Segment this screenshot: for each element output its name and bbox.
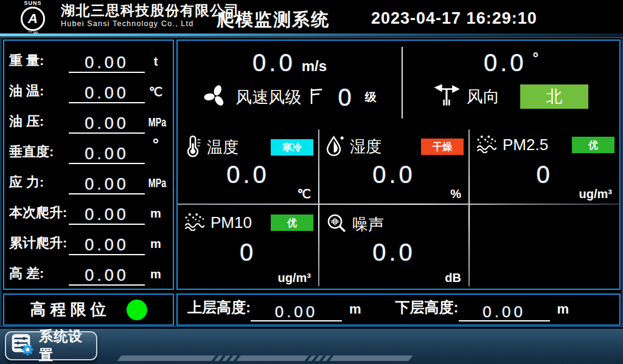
- weight-label: 重 量:: [9, 54, 69, 73]
- temperature-status-badge: 寒冷: [271, 139, 313, 156]
- wind-speed-unit: m/s: [302, 58, 327, 75]
- current-climb-label: 本次爬升:: [9, 206, 69, 225]
- pm10-dust-icon: [184, 212, 206, 233]
- temperature-label: 温度: [207, 137, 238, 158]
- noise-header: 噪声: [319, 205, 468, 236]
- noise-label: 噪声: [352, 214, 384, 235]
- measurement-sidebar: 重 量: 0.00 t 油 温: 0.00 ℃ 油 压: 0.00 MPa 垂直…: [3, 39, 174, 290]
- header: SUNS A 三思 湖北三思科技股份有限公司 Hubei Sansi Techn…: [0, 0, 623, 33]
- noise-unit: dB: [445, 271, 461, 285]
- humidity-label: 湿度: [350, 136, 381, 157]
- climbing-formwork-monitor-screen: SUNS A 三思 湖北三思科技股份有限公司 Hubei Sansi Techn…: [0, 0, 623, 364]
- pm25-dust-icon: [476, 134, 498, 156]
- wind-direction-value: 0.0: [484, 50, 527, 75]
- temperature-cell: 温度 寒冷 0.0 ℃: [178, 127, 318, 204]
- verticality-label: 垂直度:: [9, 145, 69, 164]
- wind-level-value: 0: [338, 84, 351, 111]
- humidity-unit: %: [450, 187, 461, 201]
- pm25-header: PM2.5 优: [470, 127, 619, 156]
- oil-temp-row: 油 温: 0.00 ℃: [9, 73, 167, 103]
- pm25-cell: PM2.5 优 0 ug/m³: [470, 127, 619, 204]
- company-name-cn: 湖北三思科技股份有限公司: [61, 2, 240, 18]
- stress-value: 0.00: [69, 176, 145, 194]
- system-settings-label: 系统设置: [39, 327, 91, 364]
- verticality-row: 垂直度: 0.00 °: [9, 134, 167, 164]
- stress-label: 应 力:: [9, 176, 69, 194]
- current-climb-unit: m: [145, 207, 167, 225]
- company-logo: SUNS A 三思: [15, 1, 51, 37]
- oil-temp-label: 油 温:: [9, 84, 69, 103]
- header-divider: [0, 33, 623, 36]
- temperature-header: 温度 寒冷: [178, 127, 318, 160]
- wind-speed-value: 0.0: [252, 50, 296, 75]
- stripe-segment: [236, 355, 308, 361]
- total-climb-label: 累计爬升:: [9, 236, 69, 255]
- page-title: 爬模监测系统: [217, 8, 330, 32]
- weight-row: 重 量: 0.00 t: [9, 43, 167, 73]
- wind-direction-section: 0.0 ° 风向 北: [403, 41, 619, 125]
- logo-circle-icon: A: [21, 7, 45, 31]
- wind-direction-unit: °: [533, 49, 539, 66]
- stress-row: 应 力: 0.00 MPa: [9, 164, 167, 194]
- humidity-value: 0.0: [319, 161, 468, 188]
- upper-height-value: 0.00: [251, 304, 342, 321]
- height-diff-row: 高 差: 0.00 m: [9, 255, 167, 286]
- taskbar: 系统设置: [0, 328, 623, 364]
- temperature-unit: ℃: [298, 187, 311, 201]
- pm25-value: 0: [470, 161, 619, 188]
- wind-speed-label: 风速风级: [235, 86, 301, 108]
- height-diff-value: 0.00: [69, 267, 145, 286]
- pm10-cell: PM10 优 0 ug/m³: [178, 205, 318, 287]
- company-name-en: Hubei Sansi Technology Co., Ltd: [61, 19, 240, 28]
- lower-height-value: 0.00: [459, 304, 550, 321]
- total-climb-row: 累计爬升: 0.00 m: [9, 225, 167, 255]
- noise-magnifier-icon: [325, 212, 347, 236]
- pm10-value: 0: [178, 239, 318, 266]
- wind-direction-badge: 北: [520, 84, 588, 109]
- pm10-unit: ug/m³: [278, 271, 311, 285]
- humidity-cell: 湿度 干燥 0.0 %: [319, 127, 468, 204]
- weight-value: 0.00: [69, 55, 145, 73]
- pm10-label: PM10: [211, 213, 252, 232]
- oil-temp-value: 0.00: [69, 85, 145, 103]
- pm10-header: PM10 优: [178, 205, 318, 233]
- stress-unit: MPa: [148, 176, 163, 194]
- environment-panel: 0.0 m/s 风速风级 0 级: [176, 39, 621, 290]
- lower-height-field: 下层高度: 0.00 m: [395, 298, 569, 321]
- humidity-status-badge: 干燥: [421, 139, 464, 155]
- wind-level-icon: [308, 86, 324, 109]
- oil-pressure-value: 0.00: [69, 115, 145, 134]
- pm25-unit: ug/m³: [579, 187, 612, 201]
- verticality-unit: °: [145, 136, 167, 164]
- wind-speed-section: 0.0 m/s 风速风级 0 级: [178, 41, 402, 125]
- thermometer-icon: [184, 134, 202, 160]
- wind-direction-label-row: 风向 北: [403, 83, 619, 110]
- logo-letter: A: [28, 12, 38, 26]
- pm10-status-badge: 优: [271, 215, 313, 231]
- wind-vane-icon: [434, 83, 459, 110]
- fan-icon: [203, 83, 228, 111]
- verticality-value: 0.00: [69, 146, 145, 164]
- height-diff-unit: m: [145, 268, 167, 286]
- stripe-segment: [117, 355, 215, 361]
- humidity-header: 湿度 干燥: [319, 127, 468, 159]
- weight-unit: t: [145, 55, 167, 73]
- water-drop-icon: [325, 134, 345, 159]
- oil-pressure-unit: MPa: [148, 115, 163, 134]
- upper-height-unit: m: [349, 301, 361, 321]
- elevation-limit-indicator: [127, 300, 147, 320]
- pm25-status-badge: 优: [572, 137, 614, 153]
- logo-top-text: SUNS: [15, 1, 51, 6]
- upper-height-label: 上层高度:: [187, 298, 251, 321]
- total-climb-value: 0.00: [69, 237, 145, 255]
- upper-height-field: 上层高度: 0.00 m: [187, 298, 361, 321]
- oil-temp-unit: ℃: [145, 86, 167, 103]
- lower-height-label: 下层高度:: [395, 298, 459, 321]
- lower-height-unit: m: [557, 301, 569, 321]
- settings-gear-icon: [11, 333, 34, 359]
- elevation-limit-label: 高程限位: [30, 299, 111, 320]
- stripe-segment: [329, 355, 412, 361]
- layer-heights-box: 上层高度: 0.00 m 下层高度: 0.00 m: [176, 294, 621, 326]
- company-name-block: 湖北三思科技股份有限公司 Hubei Sansi Technology Co.,…: [61, 2, 240, 29]
- system-settings-button[interactable]: 系统设置: [5, 331, 97, 360]
